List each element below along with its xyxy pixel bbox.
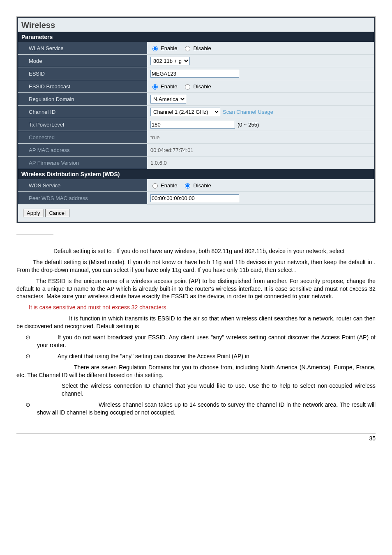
connected-value: true [147, 133, 374, 142]
regulation-select[interactable]: N.America [150, 95, 186, 104]
mode-label: Mode [18, 55, 147, 67]
document-body: Default setting is set to . If you do no… [16, 247, 376, 417]
tx-power-hint: (0 ~ 255) [238, 122, 259, 128]
page-number: 35 [369, 435, 376, 442]
scan-channel-link[interactable]: Scan Channel Usage [223, 109, 273, 115]
wds-header: Wireless Distribution System (WDS) [18, 169, 374, 179]
essid-broadcast-radio[interactable]: Enable Disable [150, 83, 215, 90]
row-wlan-service: WLAN Service Enable Disable [18, 42, 374, 55]
essid-input[interactable] [150, 70, 239, 78]
wds-service-radio[interactable]: Enable Disable [150, 182, 215, 189]
para-essid: The ESSID is the unique name of a wirele… [16, 277, 376, 301]
apply-button[interactable]: Apply [23, 209, 44, 217]
wireless-panel: Wireless Parameters WLAN Service Enable … [16, 16, 376, 223]
wlan-disable-radio[interactable] [185, 46, 190, 51]
enable-label: Enable [161, 45, 177, 51]
button-row: Apply Cancel [18, 205, 374, 221]
mode-select[interactable]: 802.11b + g [150, 57, 190, 65]
row-connected: Connected true [18, 131, 374, 144]
wds-service-label: WDS Service [18, 179, 147, 191]
para-essid-warning: It is case sensitive and must not excess… [16, 304, 376, 311]
wlan-service-label: WLAN Service [18, 42, 147, 54]
ebc-disable-radio[interactable] [185, 84, 190, 90]
row-ap-mac: AP MAC address 00:04:ed:77:74:01 [18, 144, 374, 157]
regulation-domain-label: Regulation Domain [18, 93, 147, 105]
essid-broadcast-label: ESSID Broadcast [18, 80, 147, 92]
essid-label: ESSID [18, 67, 147, 80]
bullet-enable-broadcast: Any client that using the "any" setting … [37, 352, 376, 360]
ap-fw-value: 1.0.6.0 [147, 158, 374, 168]
peer-mac-input[interactable] [150, 194, 239, 202]
row-essid-broadcast: ESSID Broadcast Enable Disable [18, 80, 374, 93]
ap-mac-label: AP MAC address [18, 144, 147, 156]
page-footer: 35 [16, 433, 376, 442]
cancel-button[interactable]: Cancel [45, 209, 69, 217]
wds-enable-radio[interactable] [152, 183, 158, 189]
row-channel-id: Channel ID Channel 1 (2.412 GHz) Scan Ch… [18, 106, 374, 118]
row-wds-service: WDS Service Enable Disable [18, 179, 374, 192]
ebc-disable-label: Disable [193, 83, 211, 90]
row-tx-power: Tx PowerLevel (0 ~ 255) [18, 118, 374, 131]
tx-power-input[interactable] [150, 121, 235, 129]
wds-disable-radio[interactable] [185, 183, 190, 189]
row-mode: Mode 802.11b + g [18, 55, 374, 67]
row-essid: ESSID [18, 67, 374, 80]
bullet-scan-channel: Wireless channel scan takes up to 14 sec… [37, 401, 376, 417]
row-regulation-domain: Regulation Domain N.America [18, 93, 374, 106]
channel-select[interactable]: Channel 1 (2.412 GHz) [150, 108, 220, 116]
para-essid-broadcast: It is function in which transmits its ES… [16, 315, 376, 330]
channel-id-label: Channel ID [18, 106, 147, 118]
para-mode: The default setting is (Mixed mode). If … [16, 258, 376, 274]
wds-disable-label: Disable [193, 182, 211, 189]
ebc-enable-label: Enable [161, 83, 177, 90]
peer-mac-label: Peer WDS MAC address [18, 192, 147, 204]
ap-fw-label: AP Firmware Version [18, 157, 147, 169]
ebc-enable-radio[interactable] [152, 84, 158, 90]
divider [16, 235, 53, 235]
row-ap-fw: AP Firmware Version 1.0.6.0 [18, 157, 374, 169]
para-regulation-domain: There are seven Regulation Domains for y… [16, 364, 376, 379]
para-wlan-service: Default setting is set to . If you do no… [16, 247, 376, 255]
ap-mac-value: 00:04:ed:77:74:01 [147, 145, 374, 155]
bullet-disable-broadcast: If you do not want broadcast your ESSID.… [37, 334, 376, 349]
row-peer-mac: Peer WDS MAC address [18, 192, 374, 205]
panel-title: Wireless [18, 18, 374, 32]
parameters-header: Parameters [18, 32, 374, 42]
tx-power-label: Tx PowerLevel [18, 118, 147, 131]
wlan-service-radio[interactable]: Enable Disable [150, 45, 215, 51]
wlan-enable-radio[interactable] [152, 46, 158, 51]
disable-label: Disable [193, 45, 211, 51]
para-channel-id: Select the wireless connection ID channe… [16, 382, 376, 398]
connected-label: Connected [18, 131, 147, 143]
wds-enable-label: Enable [161, 182, 177, 189]
